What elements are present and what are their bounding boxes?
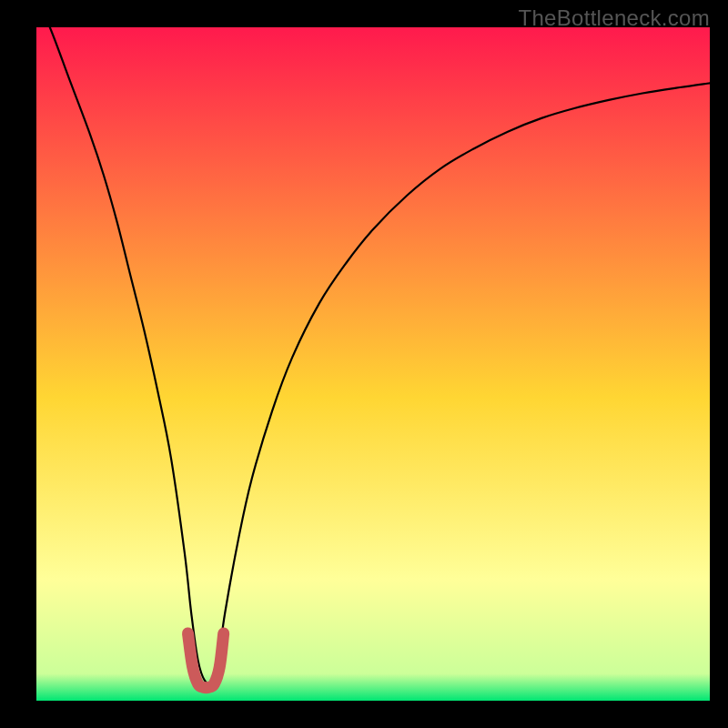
chart-svg bbox=[36, 27, 710, 701]
plot-area bbox=[36, 27, 710, 701]
chart-frame: TheBottleneck.com bbox=[0, 0, 728, 728]
gradient-background bbox=[36, 27, 710, 701]
